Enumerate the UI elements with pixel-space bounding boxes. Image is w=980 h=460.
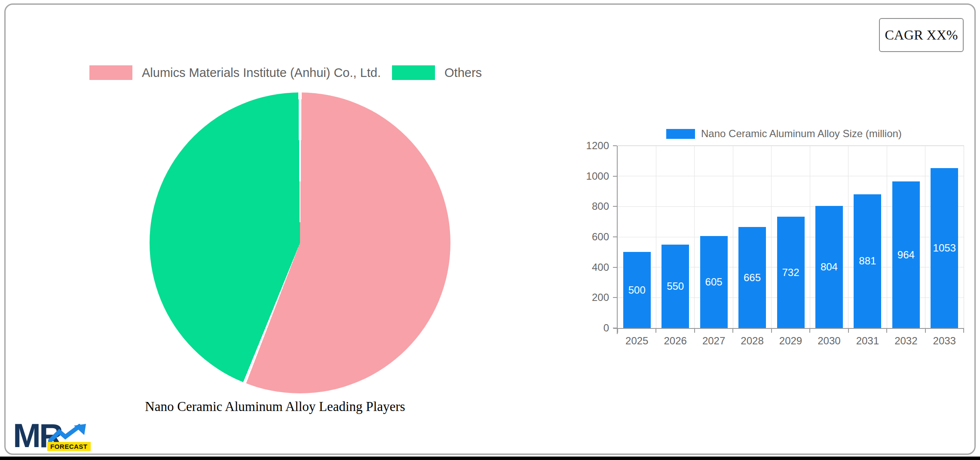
y-tick-label: 200 — [578, 291, 609, 304]
bar-value-label: 550 — [662, 280, 689, 292]
x-axis-tick — [617, 329, 618, 333]
x-axis-tick — [963, 329, 964, 333]
gridline-v — [733, 146, 733, 328]
bar-legend-swatch — [666, 129, 695, 139]
y-tick-label: 400 — [578, 261, 609, 273]
x-tick-label: 2028 — [733, 335, 772, 347]
y-tick-label: 800 — [578, 200, 609, 212]
gridline-v — [887, 146, 887, 328]
mr-forecast-logo: MR FORECAST — [13, 418, 99, 454]
gridline-v — [771, 146, 772, 328]
x-tick-label: 2029 — [772, 335, 810, 347]
x-tick-label: 2032 — [887, 335, 925, 347]
gridline-v — [925, 146, 925, 328]
x-tick-label: 2031 — [848, 335, 887, 347]
pie-chart — [150, 92, 450, 393]
x-tick-label: 2025 — [618, 335, 656, 347]
x-axis-tick — [694, 329, 695, 333]
gridline-v — [848, 146, 848, 328]
x-tick-label: 2026 — [656, 335, 695, 347]
bar-value-label: 881 — [854, 255, 881, 267]
gridline-h — [618, 146, 964, 146]
legend-swatch-others — [392, 65, 435, 80]
legend-label-others: Others — [444, 66, 482, 80]
bar-legend-label: Nano Ceramic Aluminum Alloy Size (millio… — [701, 128, 902, 140]
x-axis-tick — [809, 329, 810, 333]
x-axis-tick — [655, 329, 656, 333]
y-axis-tick — [613, 206, 617, 207]
x-axis-tick — [925, 329, 926, 333]
y-axis-tick — [613, 297, 617, 298]
gridline-v — [656, 146, 656, 328]
bottom-black-strip — [0, 457, 980, 460]
logo-forecast-badge: FORECAST — [47, 442, 91, 451]
bar-value-label: 964 — [892, 249, 920, 261]
y-tick-label: 1000 — [578, 170, 609, 182]
gridline-v — [810, 146, 810, 328]
x-axis-tick — [771, 329, 772, 333]
cagr-badge: CAGR XX% — [879, 18, 964, 52]
cagr-label: CAGR XX% — [885, 27, 958, 43]
x-axis-tick — [732, 329, 733, 333]
gridline-h — [618, 176, 964, 176]
bar-value-label: 1053 — [931, 242, 958, 254]
x-tick-label: 2033 — [925, 335, 964, 347]
bar-value-label: 605 — [700, 276, 728, 288]
bar-value-label: 804 — [815, 261, 843, 273]
x-axis-tick — [848, 329, 849, 333]
pie-legend: Alumics Materials Institute (Anhui) Co.,… — [89, 65, 482, 80]
bar-legend-item[interactable]: Nano Ceramic Aluminum Alloy Size (millio… — [666, 128, 902, 140]
bar-value-label: 500 — [623, 284, 651, 296]
report-chart-canvas: CAGR XX% Alumics Materials Institute (An… — [0, 0, 980, 460]
bar-value-label: 665 — [738, 272, 766, 284]
gridline-v — [694, 146, 695, 328]
y-axis-tick — [613, 267, 617, 268]
y-tick-label: 600 — [578, 231, 609, 243]
legend-item-alumics[interactable]: Alumics Materials Institute (Anhui) Co.,… — [89, 65, 381, 80]
y-axis-tick — [613, 236, 617, 237]
x-tick-label: 2030 — [810, 335, 848, 347]
y-tick-label: 0 — [578, 322, 609, 334]
x-axis-line — [613, 328, 964, 329]
bar-chart-plot-area: 0200400600800100012005002025550202660520… — [618, 145, 964, 328]
legend-swatch-alumics — [89, 65, 132, 80]
y-axis-tick — [613, 145, 617, 146]
x-tick-label: 2027 — [695, 335, 733, 347]
trend-arrow-icon — [48, 424, 87, 443]
x-axis-tick — [886, 329, 887, 333]
pie-chart-title: Nano Ceramic Aluminum Alloy Leading Play… — [125, 399, 426, 414]
legend-item-others[interactable]: Others — [392, 65, 482, 80]
y-axis-line — [617, 146, 618, 334]
y-axis-tick — [613, 176, 617, 177]
y-axis-tick — [613, 328, 617, 328]
legend-label-alumics: Alumics Materials Institute (Anhui) Co.,… — [142, 66, 381, 80]
y-tick-label: 1200 — [578, 140, 609, 152]
bar-value-label: 732 — [777, 267, 805, 279]
